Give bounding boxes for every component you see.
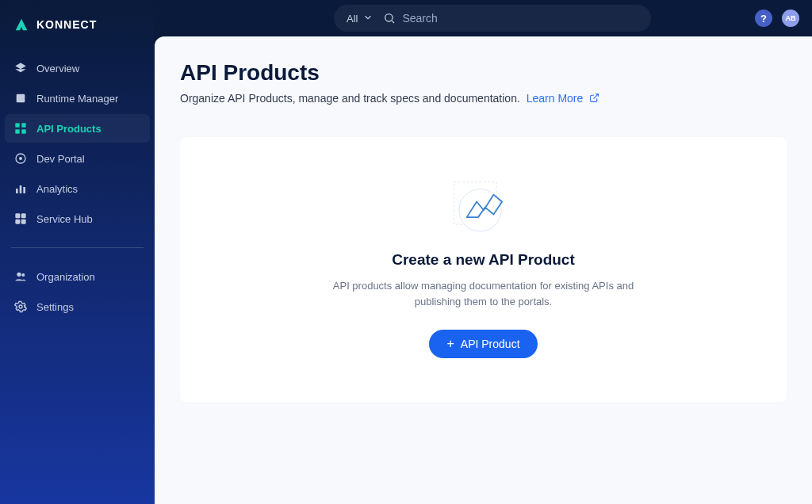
sidebar-item-label: Service Hub (36, 213, 93, 225)
sidebar-item-analytics[interactable]: Analytics (5, 174, 150, 203)
empty-state-title: Create a new API Product (392, 251, 575, 269)
create-button-label: API Product (461, 338, 520, 350)
avatar-initials: AB (786, 14, 796, 22)
svg-point-17 (385, 14, 393, 21)
page-title: API Products (180, 60, 787, 86)
sidebar-item-settings[interactable]: Settings (5, 292, 150, 321)
svg-line-19 (594, 94, 599, 99)
svg-rect-10 (15, 213, 20, 218)
chevron-down-icon (362, 12, 373, 25)
svg-rect-1 (15, 123, 19, 127)
sidebar-nav: Overview Runtime Manager API Products De… (5, 54, 150, 233)
search-filter-label: All (347, 13, 358, 25)
sidebar-item-api-products[interactable]: API Products (5, 114, 150, 143)
sidebar-item-label: Analytics (36, 183, 78, 195)
learn-more-label: Learn More (527, 92, 584, 105)
dev-portal-icon (14, 152, 27, 165)
plus-icon: + (446, 338, 454, 350)
svg-rect-12 (15, 220, 20, 224)
sidebar-item-runtime-manager[interactable]: Runtime Manager (5, 84, 150, 113)
overview-icon (14, 62, 27, 74)
main-content: API Products Organize API Products, mana… (155, 36, 812, 504)
settings-icon (14, 300, 27, 313)
sidebar-item-label: Organization (36, 271, 95, 283)
api-product-illustration-icon (448, 174, 519, 237)
help-button[interactable]: ? (755, 10, 772, 27)
sidebar-item-label: Runtime Manager (36, 93, 118, 105)
svg-point-6 (19, 157, 22, 160)
sidebar-nav-bottom: Organization Settings (5, 262, 150, 321)
sidebar: KONNECT Overview Runtime Manager API Pro… (0, 0, 155, 504)
svg-rect-9 (23, 187, 25, 193)
topbar-actions: ? AB (755, 10, 799, 27)
main-column: All ? AB API Products Organize API Produ… (155, 0, 812, 504)
svg-rect-3 (15, 129, 19, 133)
sidebar-item-label: Settings (36, 301, 74, 313)
svg-rect-0 (17, 94, 25, 103)
service-hub-icon (14, 212, 27, 225)
page-subtitle: Organize API Products, manage and track … (180, 92, 787, 105)
sidebar-divider (11, 247, 144, 248)
topbar: All ? AB (155, 0, 812, 36)
search-icon (383, 12, 396, 25)
page-subtitle-text: Organize API Products, manage and track … (180, 92, 520, 105)
search-filter-dropdown[interactable]: All (347, 12, 383, 25)
svg-rect-2 (21, 123, 25, 127)
svg-rect-8 (20, 185, 22, 193)
svg-line-18 (393, 21, 395, 23)
external-link-icon (589, 93, 599, 105)
empty-state-description: API products allow managing documentatio… (317, 278, 650, 309)
brand-name: KONNECT (36, 18, 97, 31)
help-icon: ? (760, 13, 767, 25)
svg-rect-11 (21, 213, 26, 218)
sidebar-item-overview[interactable]: Overview (5, 54, 150, 82)
sidebar-item-label: Overview (36, 63, 79, 74)
empty-state-card: Create a new API Product API products al… (180, 137, 787, 403)
svg-point-14 (17, 273, 21, 277)
user-avatar[interactable]: AB (782, 10, 799, 27)
organization-icon (14, 270, 27, 283)
learn-more-link[interactable]: Learn More (527, 92, 599, 105)
api-products-icon (14, 122, 27, 135)
svg-rect-13 (21, 220, 26, 224)
search-input[interactable] (402, 12, 638, 25)
sidebar-item-organization[interactable]: Organization (5, 262, 150, 291)
sidebar-item-label: API Products (36, 123, 102, 135)
sidebar-item-label: Dev Portal (36, 153, 85, 165)
analytics-icon (14, 182, 27, 195)
svg-rect-4 (21, 129, 25, 133)
search-bar: All (334, 5, 651, 32)
sidebar-item-service-hub[interactable]: Service Hub (5, 204, 150, 233)
sidebar-item-dev-portal[interactable]: Dev Portal (5, 144, 150, 173)
runtime-icon (14, 92, 27, 105)
brand-logo-icon (13, 16, 30, 33)
brand-logo[interactable]: KONNECT (5, 10, 150, 40)
svg-point-15 (21, 273, 25, 277)
create-api-product-button[interactable]: + API Product (429, 330, 537, 358)
svg-rect-7 (16, 189, 18, 193)
svg-point-16 (19, 305, 22, 308)
